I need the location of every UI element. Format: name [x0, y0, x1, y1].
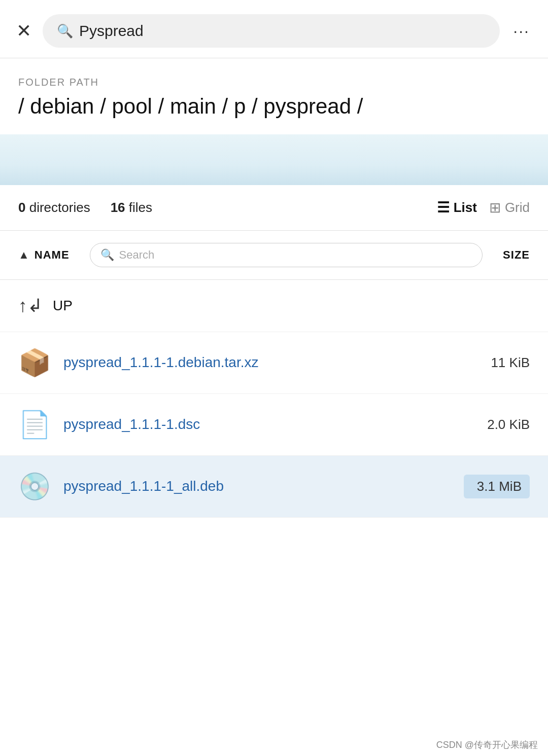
search-input-wrapper: 🔍 Search	[90, 243, 483, 267]
search-query-text: Pyspread	[79, 22, 144, 40]
search-input-icon: 🔍	[100, 248, 114, 262]
grid-view-icon: ⊞	[489, 199, 501, 216]
package-file-icon: 💿	[18, 471, 51, 502]
stats-row: 0 directories 16 files ☰ List ⊞ Grid	[0, 185, 548, 231]
file-row[interactable]: 📄 pyspread_1.1.1-1.dsc 2.0 KiB	[0, 394, 548, 456]
file-info: pyspread_1.1.1-1.debian.tar.xz	[63, 353, 464, 372]
file-name: pyspread_1.1.1-1_all.deb	[63, 478, 224, 494]
directories-count: 0	[18, 200, 25, 215]
search-icon: 🔍	[57, 23, 73, 39]
watermark: CSDN @传奇开心果编程	[436, 739, 538, 751]
size-column-label: SIZE	[503, 248, 530, 262]
more-options-button[interactable]: ···	[509, 20, 534, 43]
grid-view-button[interactable]: ⊞ Grid	[489, 199, 530, 216]
file-row[interactable]: 💿 pyspread_1.1.1-1_all.deb 3.1 MiB	[0, 456, 548, 518]
file-size: 11 KiB	[464, 355, 530, 371]
name-column-label: NAME	[35, 248, 70, 262]
file-name: pyspread_1.1.1-1.dsc	[63, 416, 200, 432]
search-input-placeholder: Search	[119, 248, 155, 262]
up-directory-label: UP	[53, 298, 73, 314]
directories-label: directories	[29, 200, 90, 215]
view-toggles: ☰ List ⊞ Grid	[437, 199, 530, 216]
directories-stat: 0 directories	[18, 200, 90, 215]
file-info: pyspread_1.1.1-1.dsc	[63, 415, 464, 434]
folder-path-label: FOLDER PATH	[18, 77, 530, 88]
file-name: pyspread_1.1.1-1.debian.tar.xz	[63, 354, 258, 370]
folder-banner	[0, 134, 548, 185]
files-stat: 16 files	[111, 200, 152, 215]
files-label: files	[129, 200, 152, 215]
files-count: 16	[111, 200, 125, 215]
list-view-icon: ☰	[437, 199, 450, 216]
list-view-label: List	[454, 200, 477, 215]
search-bar[interactable]: 🔍 Pyspread	[43, 14, 500, 48]
list-view-button[interactable]: ☰ List	[437, 199, 477, 216]
up-directory-icon: ↑↲	[18, 295, 43, 316]
grid-view-label: Grid	[505, 200, 530, 215]
close-button[interactable]: ✕	[14, 20, 33, 42]
table-header: ▲ NAME 🔍 Search SIZE	[0, 231, 548, 280]
top-bar: ✕ 🔍 Pyspread ···	[0, 0, 548, 58]
file-row[interactable]: 📦 pyspread_1.1.1-1.debian.tar.xz 11 KiB	[0, 332, 548, 394]
name-column-header[interactable]: ▲ NAME	[18, 248, 70, 262]
file-info: pyspread_1.1.1-1_all.deb	[63, 477, 464, 495]
folder-path-section: FOLDER PATH / debian / pool / main / p /…	[0, 58, 548, 134]
sort-icon: ▲	[18, 248, 29, 262]
file-size: 2.0 KiB	[464, 417, 530, 433]
archive-file-icon: 📦	[18, 347, 51, 378]
file-list: ↑↲ UP 📦 pyspread_1.1.1-1.debian.tar.xz 1…	[0, 280, 548, 518]
document-file-icon: 📄	[18, 409, 51, 440]
folder-path-value: / debian / pool / main / p / pyspread /	[18, 93, 530, 120]
file-size: 3.1 MiB	[464, 475, 530, 498]
up-directory-row[interactable]: ↑↲ UP	[0, 280, 548, 332]
search-input-box[interactable]: 🔍 Search	[90, 243, 483, 267]
